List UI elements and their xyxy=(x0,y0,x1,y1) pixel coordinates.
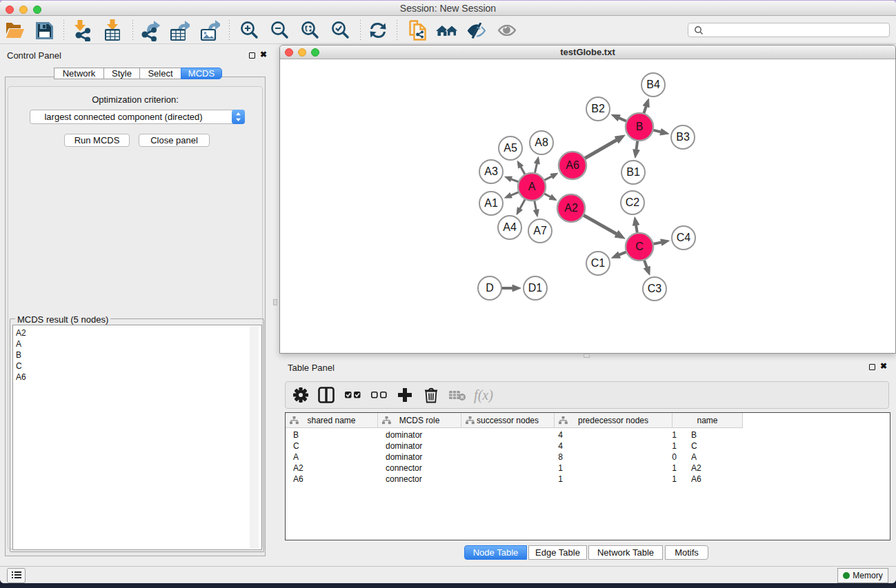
svg-text:D1: D1 xyxy=(528,282,543,294)
svg-text:D: D xyxy=(486,282,494,294)
svg-text:A2: A2 xyxy=(564,202,578,214)
svg-text:A7: A7 xyxy=(533,225,547,236)
svg-text:A4: A4 xyxy=(503,221,517,233)
svg-text:C4: C4 xyxy=(677,232,691,243)
svg-text:B: B xyxy=(636,121,644,132)
svg-text:B3: B3 xyxy=(676,131,690,143)
svg-text:A1: A1 xyxy=(484,197,498,209)
svg-text:B1: B1 xyxy=(626,166,640,178)
svg-text:A5: A5 xyxy=(504,142,517,154)
svg-text:C3: C3 xyxy=(648,283,662,294)
svg-text:B4: B4 xyxy=(646,79,660,90)
svg-text:C2: C2 xyxy=(626,196,640,208)
svg-text:A6: A6 xyxy=(566,159,579,171)
svg-text:A8: A8 xyxy=(535,136,548,148)
svg-text:A3: A3 xyxy=(484,165,498,177)
svg-text:C: C xyxy=(635,241,644,252)
svg-text:B2: B2 xyxy=(591,103,605,114)
svg-text:C1: C1 xyxy=(591,257,606,269)
svg-text:A: A xyxy=(528,181,536,192)
